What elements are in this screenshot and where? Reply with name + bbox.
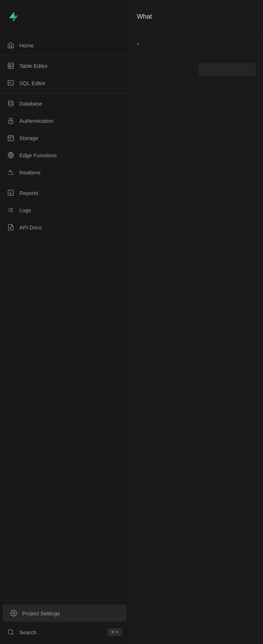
main-header: What: [130, 0, 263, 34]
svg-point-6: [8, 101, 13, 103]
svg-rect-4: [8, 80, 14, 85]
svg-point-8: [10, 122, 11, 122]
sidebar-item-label-home: Home: [19, 42, 34, 48]
main-section-2: [130, 106, 263, 242]
project-settings-label: Project Settings: [22, 610, 60, 616]
sidebar-item-logs[interactable]: Logs: [0, 201, 129, 219]
section-label-1: s: [137, 41, 139, 46]
storage-icon: [7, 134, 14, 141]
sidebar-item-label-realtime: Realtime: [19, 169, 40, 176]
terminal-icon: [7, 79, 14, 87]
search-shortcut: ⌘ K: [107, 628, 122, 636]
main-section-1: s: [130, 34, 263, 106]
auth-icon: [7, 117, 14, 124]
svg-point-25: [13, 612, 15, 614]
sidebar-item-authentication[interactable]: Authentication: [0, 112, 129, 129]
divider-2: [0, 93, 129, 93]
api-docs-icon: [7, 224, 14, 231]
sidebar-item-project-settings[interactable]: Project Settings: [3, 605, 126, 622]
table-icon: [7, 62, 14, 69]
svg-line-27: [12, 634, 14, 635]
supabase-logo: [7, 10, 20, 23]
svg-rect-0: [8, 63, 14, 69]
sidebar-item-database[interactable]: Database: [0, 95, 129, 112]
sidebar-item-label-database: Database: [19, 101, 42, 107]
reports-icon: [7, 189, 14, 196]
divider-3: [0, 182, 129, 183]
settings-icon: [10, 610, 17, 617]
sidebar-item-label-edge-functions: Edge Functions: [19, 152, 57, 158]
sidebar-item-label-reports: Reports: [19, 190, 38, 196]
sidebar-nav: Home Table Editor SQL Editor Database: [0, 34, 129, 600]
sidebar-item-storage[interactable]: Storage: [0, 129, 129, 146]
database-icon: [7, 100, 14, 107]
placeholder-bar-1: [199, 63, 256, 76]
sidebar-item-realtime[interactable]: Realtime: [0, 164, 129, 181]
home-icon: [7, 42, 14, 49]
logo-container: [0, 0, 129, 34]
main-content: What s: [130, 0, 263, 644]
sidebar-item-label-logs: Logs: [19, 207, 31, 213]
main-header-text: What: [137, 13, 152, 20]
sidebar-bottom: Project Settings Search ⌘ K: [0, 600, 129, 644]
sidebar-item-edge-functions[interactable]: Edge Functions: [0, 146, 129, 164]
divider-1: [0, 55, 129, 56]
search-icon: [7, 629, 14, 636]
sidebar-item-sql-editor[interactable]: SQL Editor: [0, 74, 129, 92]
sidebar-item-label-storage: Storage: [19, 135, 38, 141]
sidebar-item-label-authentication: Authentication: [19, 118, 53, 124]
sidebar-item-home[interactable]: Home: [0, 37, 129, 54]
sidebar-item-table-editor[interactable]: Table Editor: [0, 57, 129, 74]
logs-icon: [7, 206, 14, 214]
sidebar-search[interactable]: Search ⌘ K: [0, 623, 129, 641]
sidebar-item-label-api-docs: API Docs: [19, 224, 42, 230]
main-section-3: [130, 242, 263, 393]
search-shortcut-text: ⌘ K: [111, 630, 119, 635]
sidebar-item-reports[interactable]: Reports: [0, 184, 129, 201]
edge-icon: [7, 151, 14, 159]
realtime-icon: [7, 169, 14, 176]
sidebar: Home Table Editor SQL Editor Database: [0, 0, 130, 644]
sidebar-item-api-docs[interactable]: API Docs: [0, 219, 129, 236]
sidebar-item-label-sql-editor: SQL Editor: [19, 80, 46, 86]
search-label: Search: [19, 629, 37, 635]
sidebar-item-label-table-editor: Table Editor: [19, 63, 48, 69]
